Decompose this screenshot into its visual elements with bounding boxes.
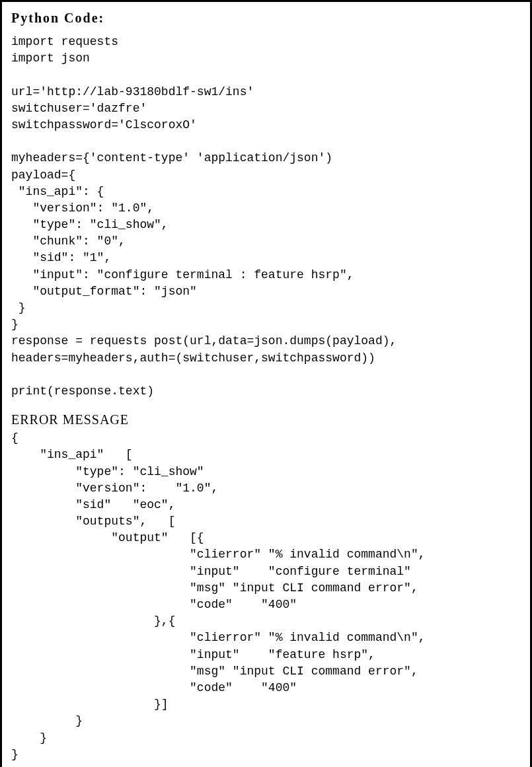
error-heading: ERROR MESSAGE [11,410,521,429]
error-message-block: { "ins_api" [ "type": "cli_show" "versio… [11,430,521,763]
title-heading: Python Code: [11,9,521,27]
code-box: Python Code: import requests import json… [0,0,532,767]
python-code-block: import requests import json url='http://… [11,34,521,400]
